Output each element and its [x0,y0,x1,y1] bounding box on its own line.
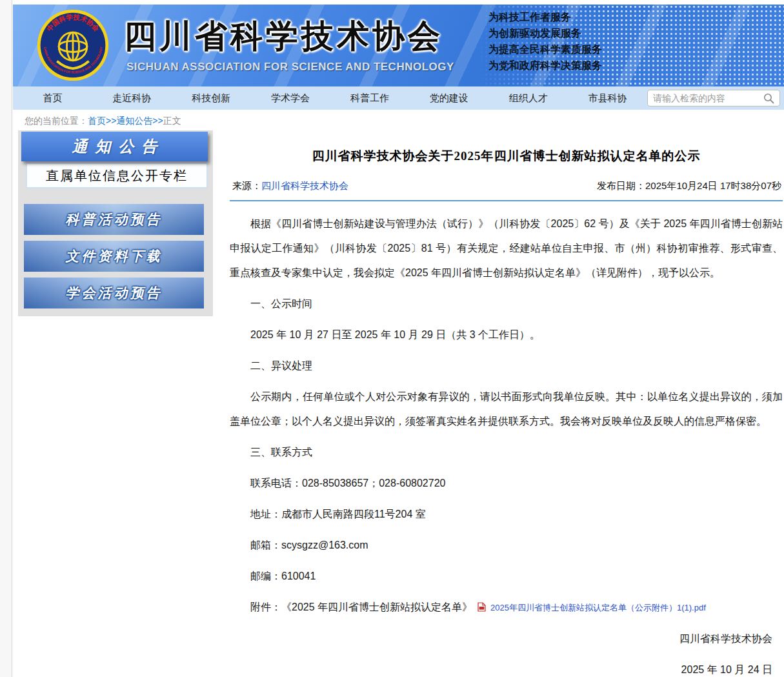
slogan-line: 为党和政府科学决策服务 [488,57,602,74]
search-input[interactable] [653,93,763,103]
nav-item-academic[interactable]: 学术学会 [251,92,330,105]
main-wrap: 通知公告 直属单位信息公开专栏 科普活动预告 文件资料下载 学会活动预告 四川省… [13,130,784,677]
sidebar-item-info-disclosure[interactable]: 直属单位信息公开专栏 [26,163,208,188]
attachment-prefix: 附件：《2025 年四川省博士创新站拟认定名单》 [250,601,472,612]
cast-logo-icon: 中国科学技术协会 CHINA ASSOCIATION FOR SCIENCE A… [36,8,110,82]
signature-org: 四川省科学技术协会 [230,627,783,651]
section-heading-1: 一、公示时间 [230,292,783,316]
section-heading-2: 二、异议处理 [230,354,783,378]
breadcrumb: 您的当前位置：首页>>通知公告>>正文 [13,110,784,130]
paragraph-address: 地址：成都市人民南路四段11号204 室 [230,502,783,527]
nav-item-talent[interactable]: 组织人才 [488,92,568,105]
paragraph-postcode: 邮编：610041 [230,564,783,589]
breadcrumb-home-link[interactable]: 首页 [88,116,106,126]
paragraph-phone: 联系电话：028-85038657；028-60802720 [230,471,783,496]
site-title-en: SICHUAN ASSOCIATION FOR SCIENCE AND TECH… [126,61,454,74]
sidebar: 通知公告 直属单位信息公开专栏 科普活动预告 文件资料下载 学会活动预告 [18,130,213,316]
nav-item-tech-innovation[interactable]: 科技创新 [172,92,251,105]
breadcrumb-separator: >> [152,116,163,126]
sidebar-banner-file-download[interactable]: 文件资料下载 [24,241,204,272]
search-box[interactable] [647,90,780,106]
nav-item-science-popularization[interactable]: 科普工作 [330,92,410,105]
date-label: 发布日期： [597,180,645,191]
breadcrumb-section-link[interactable]: 通知公告 [116,116,152,126]
search-icon[interactable] [763,93,774,104]
paragraph-publicity-period: 2025 年 10 月 27 日至 2025 年 10 月 29 日（共 3 个… [230,323,783,347]
nav-item-party-building[interactable]: 党的建设 [409,92,488,105]
article-meta: 来源：四川省科学技术协会 发布日期：2025年10月24日 17时38分07秒 [230,180,783,201]
paragraph-objection-handling: 公示期内，任何单位或个人对公示对象有异议的，请以书面形式向我单位反映。其中：以单… [230,385,783,434]
page: 中国科学技术协会 CHINA ASSOCIATION FOR SCIENCE A… [13,0,784,677]
article-source: 来源：四川省科学技术协会 [232,180,348,192]
header-slogans: 为科技工作者服务 为创新驱动发展服务 为提高全民科学素质服务 为党和政府科学决策… [488,9,602,74]
signature-date: 2025 年 10 月 24 日 [230,658,783,677]
paragraph-email: 邮箱：scysgzz@163.com [230,533,783,558]
pdf-file-icon [477,602,486,612]
sidebar-banner-society-activities[interactable]: 学会活动预告 [24,278,204,308]
sidebar-banner-science-activities[interactable]: 科普活动预告 [24,204,204,235]
slogan-line: 为科技工作者服务 [488,9,602,25]
breadcrumb-label: 您的当前位置： [25,116,88,126]
breadcrumb-current: 正文 [163,116,181,126]
slogan-line: 为提高全民科学素质服务 [488,41,602,57]
attachment-pdf-link[interactable]: 2025年四川省博士创新站拟认定名单（公示附件）1(1).pdf [490,603,706,612]
site-header: 中国科学技术协会 CHINA ASSOCIATION FOR SCIENCE A… [13,5,784,86]
window-gutter [0,0,12,677]
sidebar-section-notices[interactable]: 通知公告 [21,132,208,161]
paragraph-intro: 根据《四川省博士创新站建设与管理办法（试行）》（川科协发〔2025〕62 号）及… [230,212,783,285]
source-link[interactable]: 四川省科学技术协会 [261,180,348,191]
section-heading-3: 三、联系方式 [230,440,783,465]
breadcrumb-separator: >> [106,116,116,126]
publish-date: 2025年10月24日 17时38分07秒 [645,180,781,191]
nav-item-about[interactable]: 走近科协 [92,92,172,105]
nav-item-city-county[interactable]: 市县科协 [568,92,647,105]
nav-item-home[interactable]: 首页 [13,92,92,105]
top-strip [13,0,784,5]
attachment-line: 附件：《2025 年四川省博士创新站拟认定名单》 2025年四川省博士创新站拟认… [230,595,783,620]
site-title-cn: 四川省科学技术协会 [124,15,443,58]
article-date: 发布日期：2025年10月24日 17时38分07秒 [597,180,781,192]
slogan-line: 为创新驱动发展服务 [488,25,602,41]
main-nav: 首页 走近科协 科技创新 学术学会 科普工作 党的建设 组织人才 市县科协 [13,86,784,110]
article: 四川省科学技术协会关于2025年四川省博士创新站拟认定名单的公示 来源：四川省科… [213,130,784,677]
source-label: 来源： [232,180,261,191]
page-title: 四川省科学技术协会关于2025年四川省博士创新站拟认定名单的公示 [230,148,783,165]
